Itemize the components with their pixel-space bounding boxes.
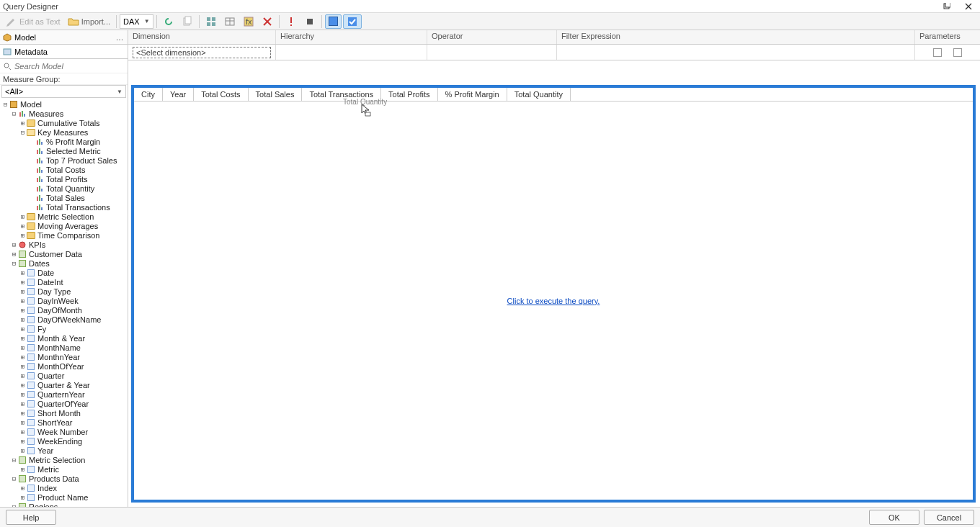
execute-query-link[interactable]: Click to execute the query.: [507, 297, 600, 305]
copy-button[interactable]: [179, 14, 196, 29]
metadata-tree[interactable]: ⊟Model⊟Measures⊞Cumulative Totals⊟Key Me…: [0, 98, 128, 507]
result-column-header[interactable]: Total Costs: [194, 88, 248, 101]
collapse-icon[interactable]: ⊟: [10, 475, 18, 482]
expand-icon[interactable]: ⊞: [19, 353, 27, 361]
tree-node[interactable]: ⊞Fy: [0, 324, 128, 333]
tree-node[interactable]: ⊞MonthName: [0, 343, 128, 352]
delete-button[interactable]: [259, 14, 276, 29]
tree-node[interactable]: ⊟Products Data: [0, 474, 128, 483]
ok-button[interactable]: OK: [869, 510, 919, 525]
collapse-icon[interactable]: ⊟: [10, 110, 18, 117]
tree-node[interactable]: ⊞Time Comparison: [0, 230, 128, 240]
tree-node[interactable]: Total Profits: [0, 174, 128, 184]
tree-node[interactable]: ⊞Year: [0, 446, 128, 455]
cancel-run-button[interactable]: [301, 14, 318, 29]
tree-node[interactable]: Top 7 Product Sales: [0, 156, 128, 165]
collapse-icon[interactable]: ⊟: [10, 503, 18, 508]
import-button[interactable]: Import...: [65, 14, 113, 29]
tree-node[interactable]: ⊞Quarter & Year: [0, 380, 128, 389]
filter-expr-cell[interactable]: [557, 45, 915, 60]
expand-icon[interactable]: ⊞: [19, 232, 27, 239]
refresh-button[interactable]: [160, 14, 177, 29]
tree-node[interactable]: ⊞Metric: [0, 464, 128, 474]
tree-node[interactable]: ⊞DateInt: [0, 277, 128, 287]
design-mode-button[interactable]: [325, 14, 342, 29]
tree-node[interactable]: Selected Metric: [0, 146, 128, 156]
expand-icon[interactable]: ⊞: [19, 307, 27, 314]
expand-icon[interactable]: ⊞: [19, 447, 27, 454]
tree-node[interactable]: ⊞DayOfMonth: [0, 305, 128, 315]
filter-params-cell[interactable]: [915, 45, 980, 60]
expand-icon[interactable]: ⊞: [19, 363, 27, 370]
tree-node[interactable]: ⊞Metric Selection: [0, 212, 128, 221]
collapse-icon[interactable]: ⊟: [1, 101, 9, 108]
language-combo[interactable]: DAX ▼: [120, 14, 153, 29]
tree-node[interactable]: Total Transactions: [0, 202, 128, 212]
tree-node[interactable]: ⊞Product Name: [0, 492, 128, 502]
expand-icon[interactable]: ⊞: [19, 316, 27, 323]
tree-node[interactable]: ⊞DayOfWeekName: [0, 315, 128, 324]
model-picker-button[interactable]: …: [115, 33, 125, 42]
tree-node[interactable]: ⊞Index: [0, 483, 128, 492]
cancel-button[interactable]: Cancel: [924, 510, 974, 525]
tree-node[interactable]: ⊞Short Month: [0, 408, 128, 418]
result-column-header[interactable]: Total Profits: [381, 88, 437, 101]
expand-icon[interactable]: ⊞: [19, 466, 27, 473]
tree-node[interactable]: ⊞Moving Averages: [0, 221, 128, 230]
param-checkbox-2[interactable]: [953, 48, 962, 57]
expand-icon[interactable]: ⊞: [19, 222, 27, 230]
help-button[interactable]: Help: [6, 510, 56, 525]
add-calc-member-button[interactable]: fx: [240, 14, 257, 29]
tree-node[interactable]: ⊞DayInWeek: [0, 296, 128, 305]
expand-icon[interactable]: ⊞: [19, 410, 27, 417]
collapse-icon[interactable]: ⊟: [10, 456, 18, 464]
result-column-header[interactable]: Total Sales: [249, 88, 303, 101]
expand-icon[interactable]: ⊞: [19, 269, 27, 276]
expand-icon[interactable]: ⊞: [19, 419, 27, 426]
tree-node[interactable]: ⊟Key Measures: [0, 127, 128, 137]
filter-operator-cell[interactable]: [427, 45, 557, 60]
expand-icon[interactable]: ⊞: [19, 494, 27, 501]
tree-node[interactable]: Total Costs: [0, 165, 128, 174]
collapse-icon[interactable]: ⊟: [10, 260, 18, 267]
tree-node[interactable]: % Profit Margin: [0, 137, 128, 146]
expand-icon[interactable]: ⊞: [19, 485, 27, 492]
toggle-button-2[interactable]: [221, 14, 239, 29]
tree-node[interactable]: ⊞Week Number: [0, 427, 128, 436]
tree-node[interactable]: ⊞MonthnYear: [0, 352, 128, 361]
expand-icon[interactable]: ⊞: [19, 335, 27, 342]
expand-icon[interactable]: ⊞: [19, 382, 27, 389]
tree-node[interactable]: Total Quantity: [0, 184, 128, 193]
expand-icon[interactable]: ⊞: [19, 400, 27, 407]
tree-node[interactable]: ⊞Cumulative Totals: [0, 118, 128, 127]
run-button[interactable]: [282, 14, 300, 29]
expand-icon[interactable]: ⊞: [19, 213, 27, 220]
tree-node[interactable]: ⊟Measures: [0, 109, 128, 118]
expand-icon[interactable]: ⊞: [19, 438, 27, 445]
tree-node[interactable]: ⊞Month & Year: [0, 333, 128, 343]
tree-node[interactable]: ⊞Customer Data: [0, 249, 128, 258]
expand-icon[interactable]: ⊞: [19, 288, 27, 295]
expand-icon[interactable]: ⊞: [19, 391, 27, 398]
tree-node[interactable]: ⊟Dates: [0, 258, 128, 268]
result-column-header[interactable]: % Profit Margin: [438, 88, 507, 101]
expand-icon[interactable]: ⊞: [10, 251, 18, 258]
auto-exec-button[interactable]: [343, 14, 362, 29]
toggle-button-1[interactable]: [202, 14, 220, 29]
tree-node[interactable]: ⊞QuarterOfYear: [0, 399, 128, 408]
result-column-header[interactable]: City: [134, 88, 163, 101]
collapse-icon[interactable]: ⊟: [19, 129, 27, 136]
filter-dimension-cell[interactable]: <Select dimension>: [128, 45, 276, 60]
edit-as-text-button[interactable]: Edit as Text: [3, 14, 63, 29]
tree-node[interactable]: ⊞Day Type: [0, 287, 128, 296]
tree-node[interactable]: ⊟Regions: [0, 502, 128, 507]
result-column-header[interactable]: Total Quantity: [507, 88, 571, 101]
tree-node[interactable]: ⊟Metric Selection: [0, 455, 128, 464]
search-input[interactable]: [14, 62, 125, 71]
tree-node[interactable]: ⊞Date: [0, 268, 128, 277]
restore-button[interactable]: [938, 1, 956, 12]
tree-node[interactable]: ⊞ShortYear: [0, 418, 128, 427]
param-checkbox-1[interactable]: [933, 48, 942, 57]
expand-icon[interactable]: ⊞: [19, 428, 27, 436]
tree-node[interactable]: Total Sales: [0, 193, 128, 202]
